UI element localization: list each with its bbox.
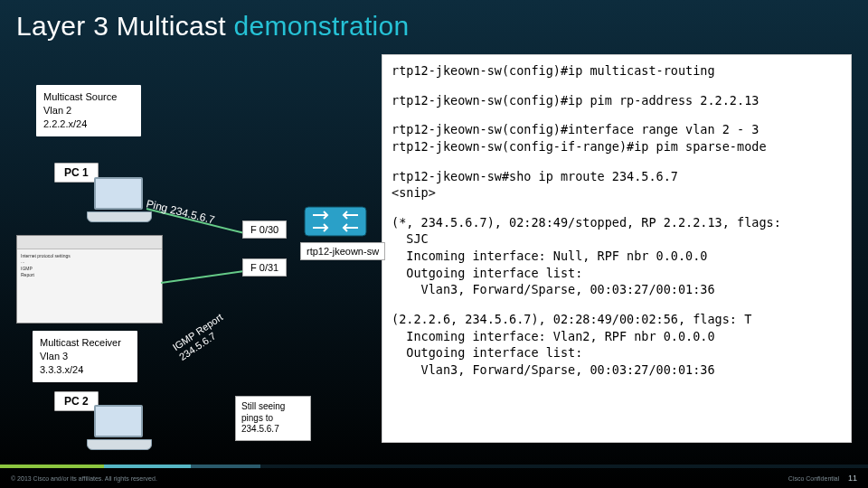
confidential: Cisco Confidential [788,475,839,482]
svg-rect-0 [305,207,366,236]
src-line3: 2.2.2.x/24 [43,117,134,131]
title-accent: demonstration [234,11,410,41]
recv-line1: Multicast Receiver [40,336,130,350]
settings-panel-thumbnail: Internet protocol settings···IGMPReport [16,235,163,324]
laptop-icon [87,177,150,224]
still-seeing-note: Still seeing pings to 234.5.6.7 [235,396,311,441]
page-title: Layer 3 Multicast demonstration [0,0,868,42]
switch-label: rtp12-jkeown-sw [300,242,385,260]
laptop-icon [87,405,150,452]
copyright: © 2013 Cisco and/or its affiliates. All … [11,475,157,482]
port-f031: F 0/31 [242,258,287,277]
src-line1: Multicast Source [43,90,134,104]
term-line: rtp12-jkeown-sw(config)#ip multicast-rou… [392,62,842,80]
page-number: 11 [848,474,857,483]
term-line: (2.2.2.6, 234.5.6.7), 02:28:49/00:02:56,… [392,311,842,379]
title-plain: Layer 3 Multicast [16,11,234,41]
recv-line2: Vlan 3 [40,350,130,363]
footer: © 2013 Cisco and/or its affiliates. All … [0,468,868,488]
slide: Layer 3 Multicast demonstration rtp12-jk… [0,0,868,488]
multicast-source-box: Multicast Source Vlan 2 2.2.2.x/24 [36,85,141,136]
term-line: (*, 234.5.6.7), 02:28:49/stopped, RP 2.2… [392,214,842,298]
igmp-annotation: IGMP Report 234.5.6.7 [171,311,232,363]
term-line: rtp12-jkeown-sw#sho ip mroute 234.5.6.7 … [392,168,842,202]
ping-annotation: Ping 234.5.6.7 [145,197,215,226]
term-line: rtp12-jkeown-sw(config)#interface range … [392,121,842,155]
terminal-output: rtp12-jkeown-sw(config)#ip multicast-rou… [382,54,852,443]
recv-line3: 3.3.3.x/24 [40,363,130,377]
port-f030: F 0/30 [242,221,287,239]
switch-icon [304,206,367,237]
multicast-receiver-box: Multicast Receiver Vlan 3 3.3.3.x/24 [33,331,137,382]
src-line2: Vlan 2 [43,104,134,117]
term-line: rtp12-jkeown-sw(config)#ip pim rp-addres… [392,92,842,109]
